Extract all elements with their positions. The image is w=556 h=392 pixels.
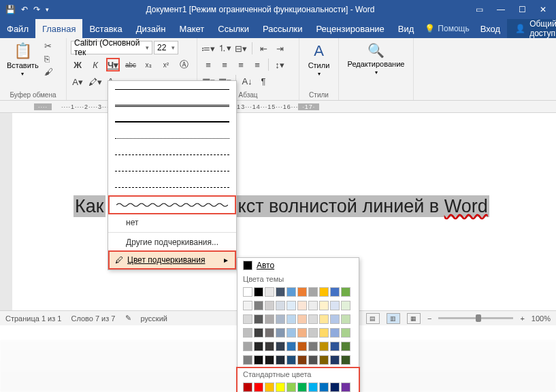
bold-button[interactable]: Ж <box>71 58 84 71</box>
tab-design[interactable]: Дизайн <box>129 19 173 38</box>
share-button[interactable]: 👤 Общий доступ <box>507 19 556 38</box>
copy-icon[interactable]: ⎘ <box>44 54 53 64</box>
line-spacing-icon[interactable]: ↕▾ <box>273 58 287 71</box>
zoom-slider[interactable] <box>438 317 513 319</box>
underline-single[interactable] <box>108 81 236 97</box>
color-swatch[interactable] <box>265 382 274 392</box>
color-swatch[interactable] <box>308 328 318 338</box>
color-swatch[interactable] <box>254 314 263 324</box>
strike-button[interactable]: abc <box>124 58 137 71</box>
underline-dotted[interactable] <box>108 130 236 146</box>
zoom-in-icon[interactable]: + <box>520 314 524 323</box>
tab-file[interactable]: Файл <box>0 19 35 38</box>
color-swatch[interactable] <box>330 355 340 365</box>
color-swatch[interactable] <box>276 287 285 297</box>
color-swatch[interactable] <box>265 301 274 310</box>
color-swatch[interactable] <box>330 328 340 338</box>
indent-inc-icon[interactable]: ⇥ <box>273 42 287 55</box>
color-swatch[interactable] <box>287 382 296 392</box>
color-swatch[interactable] <box>254 355 263 365</box>
underline-double[interactable] <box>108 97 236 114</box>
print-layout-icon[interactable]: ▥ <box>387 313 400 324</box>
bullets-icon[interactable]: ≔▾ <box>201 42 215 55</box>
color-swatch[interactable] <box>287 287 296 297</box>
color-swatch[interactable] <box>341 314 350 324</box>
vertical-ruler[interactable] <box>0 113 12 310</box>
subscript-button[interactable]: x₂ <box>142 58 155 71</box>
indent-dec-icon[interactable]: ⇤ <box>257 42 270 55</box>
color-swatch[interactable] <box>330 301 340 310</box>
color-swatch[interactable] <box>254 328 263 338</box>
color-swatch[interactable] <box>341 328 350 338</box>
color-swatch[interactable] <box>254 287 263 297</box>
color-swatch[interactable] <box>297 314 307 324</box>
redo-icon[interactable]: ↷ <box>33 5 40 14</box>
maximize-icon[interactable]: ☐ <box>519 5 526 14</box>
multilevel-icon[interactable]: ⊟▾ <box>234 42 248 55</box>
language-indicator[interactable]: русский <box>141 314 167 323</box>
underline-button[interactable]: Ч▾ <box>106 58 120 71</box>
tab-references[interactable]: Ссылки <box>211 19 256 38</box>
color-swatch[interactable] <box>297 382 307 392</box>
underline-dash-dot[interactable] <box>108 179 236 195</box>
editing-button[interactable]: 🔍 Редактирование▾ <box>343 41 409 77</box>
color-swatch[interactable] <box>276 342 285 351</box>
login-link[interactable]: Вход <box>474 19 507 38</box>
color-swatch[interactable] <box>254 301 263 310</box>
format-painter-icon[interactable]: 🖌 <box>44 67 53 77</box>
color-swatch[interactable] <box>308 301 318 310</box>
color-swatch[interactable] <box>308 382 318 392</box>
color-swatch[interactable] <box>297 355 307 365</box>
spellcheck-icon[interactable]: ✎ <box>125 314 131 323</box>
qat-more-icon[interactable]: ▾ <box>46 6 49 13</box>
tab-layout[interactable]: Макет <box>172 19 211 38</box>
color-swatch[interactable] <box>265 355 274 365</box>
horizontal-ruler[interactable]: ···· ····1····2····3····4····5····6····7… <box>0 101 556 113</box>
color-swatch[interactable] <box>319 328 329 338</box>
save-icon[interactable]: 💾 <box>5 5 16 14</box>
clear-format-icon[interactable]: Ⓐ <box>177 58 191 71</box>
read-mode-icon[interactable]: ▤ <box>366 313 380 324</box>
color-swatch[interactable] <box>308 342 318 351</box>
align-left-icon[interactable]: ≡ <box>201 58 215 71</box>
color-swatch[interactable] <box>276 328 285 338</box>
color-swatch[interactable] <box>308 287 318 297</box>
color-swatch[interactable] <box>341 382 350 392</box>
show-marks-icon[interactable]: ¶ <box>257 74 270 88</box>
color-swatch[interactable] <box>341 342 350 351</box>
underline-more[interactable]: Другие подчеркивания... <box>108 234 236 250</box>
color-swatch[interactable] <box>297 328 307 338</box>
ribbon-opts-icon[interactable]: ▭ <box>476 5 483 14</box>
styles-button[interactable]: A Стили▾ <box>304 41 334 78</box>
color-swatch[interactable] <box>341 355 350 365</box>
color-swatch[interactable] <box>287 342 296 351</box>
zoom-out-icon[interactable]: − <box>427 314 431 323</box>
paste-button[interactable]: 📋 Вставить ▾ <box>4 41 42 78</box>
color-swatch[interactable] <box>330 382 340 392</box>
color-swatch[interactable] <box>341 301 350 310</box>
color-swatch[interactable] <box>287 328 296 338</box>
color-swatch[interactable] <box>276 314 285 324</box>
color-swatch[interactable] <box>319 382 329 392</box>
color-swatch[interactable] <box>265 314 274 324</box>
color-auto[interactable]: Авто <box>238 258 359 273</box>
minimize-icon[interactable]: — <box>497 5 505 14</box>
tab-view[interactable]: Вид <box>391 19 421 38</box>
underline-none[interactable]: нет <box>108 214 236 231</box>
page-indicator[interactable]: Страница 1 из 1 <box>5 314 61 323</box>
zoom-level[interactable]: 100% <box>532 314 551 323</box>
color-swatch[interactable] <box>308 355 318 365</box>
color-swatch[interactable] <box>330 314 340 324</box>
close-icon[interactable]: ✕ <box>540 5 546 14</box>
font-name-combo[interactable]: Calibri (Основной тек <box>71 41 152 54</box>
color-swatch[interactable] <box>330 287 340 297</box>
color-swatch[interactable] <box>319 287 329 297</box>
color-swatch[interactable] <box>243 355 252 365</box>
color-swatch[interactable] <box>308 314 318 324</box>
color-swatch[interactable] <box>276 301 285 310</box>
color-swatch[interactable] <box>254 382 263 392</box>
underline-thick[interactable] <box>108 114 236 130</box>
color-swatch[interactable] <box>297 287 307 297</box>
color-swatch[interactable] <box>287 355 296 365</box>
underline-wave[interactable] <box>110 197 235 213</box>
